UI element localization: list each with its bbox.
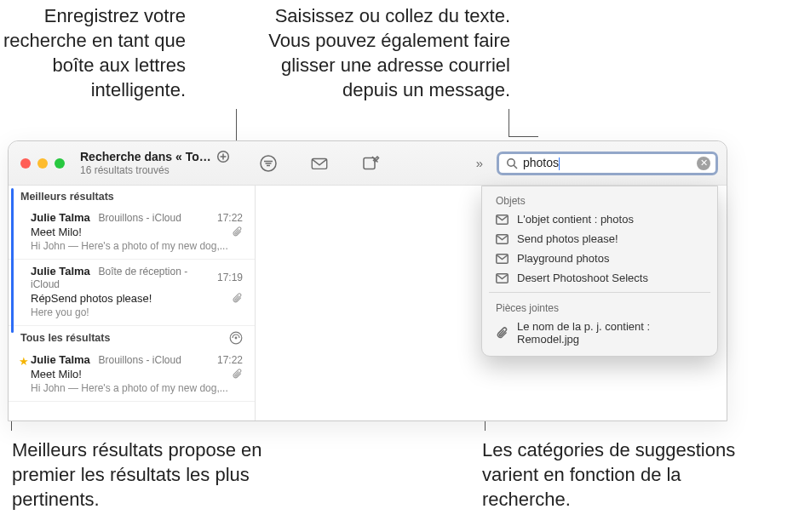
clear-search-button[interactable]: ✕	[697, 157, 710, 170]
suggestion-item[interactable]: Le nom de la p. j. contient : Remodel.jp…	[482, 317, 717, 349]
callout-suggestion-categories: Les catégories de suggestions varient en…	[482, 438, 755, 512]
attachment-icon	[232, 226, 243, 237]
subject: RépSend photos please!	[31, 292, 152, 305]
callout-type-or-paste: Saisissez ou collez du texte. Vous pouve…	[242, 3, 510, 102]
window-title-block: Recherche dans « Tout... 16 résultats tr…	[80, 149, 238, 176]
suggestions-header-attachments: Pièces jointes	[482, 297, 717, 317]
envelope-icon	[496, 273, 509, 283]
filter-icon[interactable]	[259, 154, 278, 173]
leader-line	[509, 136, 538, 137]
compose-icon[interactable]	[361, 154, 380, 173]
mailbox: Brouillons - iCloud	[98, 212, 181, 224]
message-row[interactable]: ★ Julie Talma Brouillons - iCloud 17:22 …	[9, 348, 255, 402]
envelope-icon	[496, 215, 509, 225]
callout-save-as-smart: Enregistrez votre recherche en tant que …	[0, 3, 186, 102]
top-hits-badge-icon	[229, 331, 243, 345]
envelope-icon[interactable]	[310, 154, 329, 173]
svg-rect-8	[364, 157, 375, 169]
sender: Julie Talma	[31, 353, 90, 366]
results-list: Meilleurs résultats Julie Talma Brouillo…	[9, 186, 256, 420]
suggestion-label: Desert Photoshoot Selects	[517, 272, 648, 284]
suggestion-item[interactable]: L'objet contient : photos	[482, 209, 717, 229]
message-row[interactable]: Julie Talma Brouillons - iCloud 17:22 Me…	[9, 206, 255, 260]
results-count: 16 résultats trouvés	[80, 164, 238, 176]
search-suggestions-popup: Objets L'objet contient : photos Send ph…	[481, 186, 718, 357]
callout-best-results: Meilleurs résultats propose en premier l…	[12, 438, 280, 512]
svg-point-18	[235, 337, 238, 340]
more-toolbar-button[interactable]: »	[476, 156, 490, 170]
attachment-icon	[496, 327, 509, 340]
svg-point-11	[508, 158, 514, 165]
message-row[interactable]: Julie Talma Boîte de réception - iCloud …	[9, 260, 255, 326]
window-title: Recherche dans « Tout...	[80, 150, 212, 164]
section-label: Meilleurs résultats	[20, 191, 114, 203]
search-icon	[506, 157, 518, 169]
suggestion-label: L'objet contient : photos	[517, 213, 634, 226]
star-icon: ★	[19, 355, 29, 368]
envelope-icon	[496, 254, 509, 264]
suggestions-header-subjects: Objets	[482, 190, 717, 209]
suggestion-item[interactable]: Desert Photoshoot Selects	[482, 268, 717, 288]
attachment-icon	[232, 293, 243, 304]
mail-window: Recherche dans « Tout... 16 résultats tr…	[8, 140, 727, 421]
mailbox: Brouillons - iCloud	[98, 354, 181, 366]
suggestion-label: Le nom de la p. j. contient : Remodel.jp…	[517, 320, 704, 346]
suggestion-item[interactable]: Playground photos	[482, 249, 717, 268]
top-hits-accent	[11, 188, 14, 333]
preview: Hi John — Here's a photo of my new dog,.…	[31, 382, 243, 394]
suggestions-separator	[489, 292, 710, 293]
leader-line	[509, 109, 509, 136]
svg-line-12	[514, 165, 517, 169]
subject: Meet Milo!	[31, 226, 82, 238]
search-input[interactable]: photos ✕	[497, 152, 718, 175]
attachment-icon	[232, 369, 243, 380]
preview: Here you go!	[31, 306, 243, 318]
envelope-icon	[496, 234, 509, 244]
section-best-results: Meilleurs résultats	[9, 186, 255, 206]
close-window-button[interactable]	[20, 158, 31, 169]
zoom-window-button[interactable]	[55, 158, 65, 169]
time: 17:22	[217, 354, 243, 366]
suggestion-item[interactable]: Send photos please!	[482, 229, 717, 249]
traffic-lights	[20, 158, 65, 169]
sender: Julie Talma	[31, 211, 90, 224]
search-text: photos	[523, 156, 692, 170]
minimize-window-button[interactable]	[37, 158, 48, 169]
sender: Julie Talma	[31, 265, 90, 277]
time: 17:19	[217, 272, 243, 283]
search-field-wrap: photos ✕	[497, 152, 718, 175]
suggestion-label: Send photos please!	[517, 232, 618, 245]
save-search-plus-button[interactable]	[215, 149, 231, 164]
time: 17:22	[217, 212, 243, 224]
section-label: Tous les résultats	[20, 332, 110, 344]
subject: Meet Milo!	[31, 368, 82, 380]
preview: Hi John — Here's a photo of my new dog,.…	[31, 240, 243, 252]
section-all-results: Tous les résultats	[9, 326, 255, 348]
titlebar: Recherche dans « Tout... 16 résultats tr…	[9, 141, 727, 186]
toolbar	[259, 154, 380, 173]
suggestion-label: Playground photos	[517, 252, 609, 265]
